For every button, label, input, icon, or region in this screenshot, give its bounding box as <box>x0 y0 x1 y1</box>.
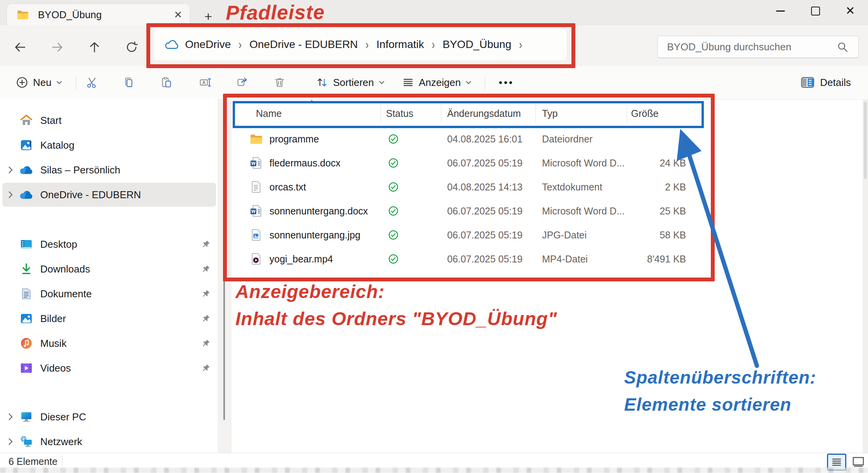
paste-icon <box>160 76 173 89</box>
folder-icon <box>14 9 31 21</box>
new-button-label: Neu <box>33 77 51 89</box>
sort-button[interactable]: Sortieren <box>310 71 391 94</box>
pin-icon <box>198 363 214 373</box>
item-count: 6 Elemente <box>9 456 57 467</box>
forward-icon <box>51 41 64 54</box>
annotation-arrow <box>654 116 778 379</box>
chevron-down-icon <box>56 81 62 84</box>
sort-button-label: Sortieren <box>333 77 374 89</box>
svg-text:A: A <box>202 80 206 85</box>
tab-close-icon[interactable]: ✕ <box>170 7 186 22</box>
refresh-icon <box>125 41 138 54</box>
annotation-column-headers-line1: Spaltenüberschriften: <box>624 367 816 388</box>
back-button[interactable] <box>9 36 31 58</box>
pin-icon <box>198 289 214 298</box>
videos-icon <box>18 361 35 375</box>
tab-title: BYOD_Übung <box>38 9 170 21</box>
new-tab-button[interactable]: + <box>200 9 217 24</box>
annotation-pathbar-label: Pfadleiste <box>226 0 325 24</box>
search-input[interactable] <box>666 36 834 58</box>
minimize-button[interactable] <box>768 2 793 19</box>
sidebar-item-onedrive-edubern[interactable]: OneDrive - EDUBERN <box>2 183 216 207</box>
refresh-button[interactable] <box>121 36 142 58</box>
copy-icon <box>122 76 135 89</box>
close-button[interactable]: ✕ <box>838 2 863 19</box>
pin-icon <box>198 240 214 249</box>
cut-button[interactable] <box>80 71 105 94</box>
home-icon <box>18 113 35 127</box>
details-button-label: Details <box>820 77 851 89</box>
onedrive-cloud-icon <box>18 165 35 175</box>
close-icon: ✕ <box>845 5 855 17</box>
sidebar-item-silas-personal[interactable]: Silas – Persönlich <box>2 158 216 182</box>
network-icon <box>18 435 35 449</box>
forward-button[interactable] <box>46 36 68 58</box>
back-icon <box>14 41 27 54</box>
rename-icon: A <box>199 76 211 89</box>
search-icon <box>837 41 848 53</box>
pin-icon <box>198 264 214 274</box>
chevron-right-icon[interactable] <box>2 413 18 421</box>
sidebar-item-videos[interactable]: Videos <box>2 356 216 380</box>
pictures-icon <box>18 312 35 326</box>
sidebar-item-start[interactable]: Start <box>2 108 216 132</box>
cut-icon <box>86 76 98 89</box>
toolbar-divider <box>76 76 76 90</box>
downloads-icon <box>18 262 35 276</box>
annotation-box-pathbar <box>146 23 575 68</box>
sidebar-item-desktop[interactable]: Desktop <box>2 232 216 256</box>
up-button[interactable] <box>84 36 105 58</box>
status-bar <box>0 453 868 468</box>
large-icons-view-icon <box>852 456 865 468</box>
search-box <box>657 36 859 58</box>
new-button[interactable]: Neu <box>10 71 68 94</box>
chevron-right-icon[interactable] <box>2 190 18 199</box>
browser-tab[interactable]: BYOD_Übung ✕ <box>7 4 190 26</box>
sort-icon <box>316 76 328 89</box>
annotation-box-column-headers <box>233 101 704 128</box>
file-explorer-window: BYOD_Übung ✕ + ✕ OneDrive › OneDrive - E… <box>0 0 868 473</box>
list-view-icon <box>831 457 842 467</box>
trash-icon <box>273 76 286 89</box>
gallery-icon <box>18 138 35 152</box>
sidebar-item-dieser-pc[interactable]: Dieser PC <box>2 405 216 429</box>
screenshot-edge-artifact <box>0 468 868 473</box>
sidebar-item-bilder[interactable]: Bilder <box>2 307 216 331</box>
desktop-icon <box>18 237 35 251</box>
chevron-right-icon[interactable] <box>2 437 18 446</box>
view-lines-icon <box>402 76 414 89</box>
chevron-down-icon <box>465 81 472 84</box>
maximize-button[interactable] <box>803 2 828 19</box>
share-button[interactable] <box>230 71 255 94</box>
copy-button[interactable] <box>116 71 141 94</box>
toolbar-divider <box>485 76 485 90</box>
annotation-column-headers-line2: Elemente sortieren <box>624 394 791 415</box>
chevron-right-icon[interactable] <box>2 166 18 174</box>
share-icon <box>236 76 249 89</box>
view-button[interactable]: Anzeigen <box>396 71 478 94</box>
sidebar-item-dokumente[interactable]: Dokumente <box>2 282 216 306</box>
sidebar-item-downloads[interactable]: Downloads <box>2 257 216 281</box>
annotation-display-area-line2: Inhalt des Ordners "BYOD_Übung" <box>235 308 557 329</box>
content-scrollbar-thumb[interactable] <box>864 101 867 179</box>
details-button[interactable]: Details <box>793 71 859 94</box>
up-icon <box>88 41 101 54</box>
onedrive-cloud-icon <box>18 190 35 200</box>
sidebar-item-musik[interactable]: Musik <box>2 331 216 355</box>
plus-circle-icon <box>16 76 28 89</box>
sidebar-item-katalog[interactable]: Katalog <box>2 133 216 157</box>
statusbar-divider <box>62 455 62 466</box>
minimize-icon <box>776 10 785 12</box>
maximize-icon <box>811 7 820 15</box>
pin-icon <box>198 314 214 323</box>
sidebar-item-netzwerk[interactable]: Netzwerk <box>2 430 216 454</box>
documents-icon <box>18 287 35 301</box>
paste-button[interactable] <box>154 71 179 94</box>
this-pc-icon <box>18 410 35 424</box>
rename-button[interactable]: A <box>193 71 218 94</box>
chevron-down-icon <box>379 81 385 84</box>
details-pane-icon <box>801 77 815 88</box>
more-button[interactable]: ••• <box>491 71 522 94</box>
delete-button[interactable] <box>267 71 292 94</box>
pin-icon <box>198 339 214 348</box>
